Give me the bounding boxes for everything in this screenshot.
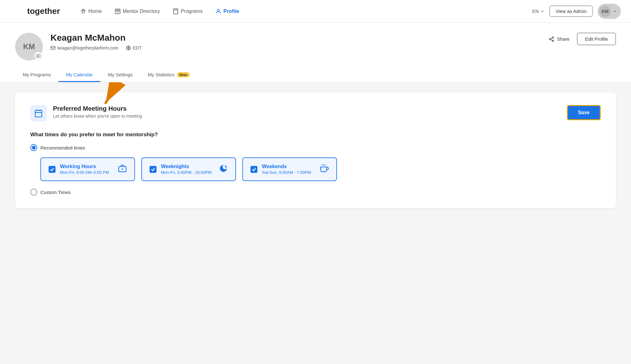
custom-times-label: Custom Times <box>40 190 71 195</box>
profile-meta: keagan@togetherplarform.com EDT <box>50 45 546 50</box>
svg-point-22 <box>225 166 226 167</box>
weeknights-left: Weeknights Mon-Fri, 5:00PM - 10:00PM <box>150 164 211 175</box>
weekends-info: Weekends Sat-Sun, 9:00AM - 7:00PM <box>262 164 311 175</box>
camera-icon[interactable] <box>34 52 42 60</box>
moon-icon <box>219 164 228 175</box>
calendar-card: Preferred Meeting Hours Let others know … <box>15 92 616 208</box>
svg-point-3 <box>116 10 119 12</box>
weeknights-card[interactable]: Weeknights Mon-Fri, 5:00PM - 10:00PM <box>141 157 236 181</box>
meeting-question: What times do you prefer to meet for men… <box>30 132 601 138</box>
profile-details: Keagan McMahon keagan@togetherplarform.c… <box>50 33 546 50</box>
nav-items: Home Mentor Directory Programs Profile <box>75 6 532 17</box>
bookmark-icon <box>173 8 179 15</box>
brand-logo-link[interactable]: 🖐️ together <box>10 4 60 18</box>
svg-rect-4 <box>174 9 178 14</box>
profile-header: KM Keagan McMahon keagan@togetherplarfor… <box>0 23 631 82</box>
beta-badge: Beta <box>177 72 190 77</box>
card-title: Preferred Meeting Hours <box>53 105 142 112</box>
working-hours-name: Working Hours <box>60 164 109 169</box>
tab-my-statistics[interactable]: My Statistics Beta <box>140 68 197 82</box>
svg-rect-2 <box>115 9 120 14</box>
tab-my-calendar[interactable]: My Calendar <box>58 68 100 82</box>
view-as-admin-button[interactable]: View as Admin <box>550 6 593 17</box>
share-button[interactable]: Share <box>546 34 572 44</box>
svg-point-10 <box>550 38 551 40</box>
profile-avatar-wrapper: KM <box>15 33 43 61</box>
svg-rect-0 <box>10 4 24 18</box>
home-icon <box>80 8 86 15</box>
brand-name: together <box>27 6 60 16</box>
card-title-group: Preferred Meeting Hours Let others know … <box>53 105 142 119</box>
working-hours-left: Working Hours Mon-Fri, 9:00 AM–5:00 PM <box>49 164 109 175</box>
profile-actions: Share Edit Profile <box>546 33 616 45</box>
working-hours-info: Working Hours Mon-Fri, 9:00 AM–5:00 PM <box>60 164 109 175</box>
globe-icon <box>126 45 131 50</box>
edit-profile-button[interactable]: Edit Profile <box>577 33 616 45</box>
svg-point-9 <box>552 37 554 38</box>
card-header-left: Preferred Meeting Hours Let others know … <box>30 105 142 121</box>
svg-point-5 <box>217 9 220 11</box>
recommended-label: Recommended times <box>40 145 85 150</box>
svg-point-11 <box>552 40 554 42</box>
person-icon <box>215 8 221 15</box>
brand-icon: 🖐️ <box>10 4 24 18</box>
weekends-range: Sat-Sun, 9:00AM - 7:00PM <box>262 170 311 175</box>
weeknights-checkbox[interactable] <box>150 166 156 173</box>
svg-line-12 <box>551 39 552 40</box>
profile-timezone: EDT <box>126 45 142 50</box>
search-icon <box>115 8 121 15</box>
working-hours-range: Mon-Fri, 9:00 AM–5:00 PM <box>60 170 109 175</box>
custom-times-option[interactable]: Custom Times <box>30 189 601 196</box>
time-cards: Working Hours Mon-Fri, 9:00 AM–5:00 PM <box>40 157 601 181</box>
svg-rect-7 <box>51 46 55 50</box>
svg-rect-15 <box>35 110 42 117</box>
language-selector[interactable]: EN <box>532 9 545 14</box>
email-icon <box>50 45 56 50</box>
coffee-icon <box>320 164 329 175</box>
calendar-icon-box <box>30 105 47 121</box>
recommended-times-option[interactable]: Recommended times <box>30 144 601 151</box>
save-button[interactable]: Save <box>567 105 601 120</box>
nav-programs[interactable]: Programs <box>168 6 208 17</box>
main-content: Preferred Meeting Hours Let others know … <box>0 82 631 218</box>
weeknights-name: Weeknights <box>161 164 211 169</box>
tab-my-programs[interactable]: My Programs <box>15 68 58 82</box>
svg-point-23 <box>226 167 227 167</box>
working-hours-checkbox[interactable] <box>49 166 56 173</box>
briefcase-icon <box>118 164 127 175</box>
nav-home[interactable]: Home <box>75 6 107 17</box>
chevron-down-icon <box>540 9 545 14</box>
navbar: 🖐️ together Home Mentor Directory Progra… <box>0 0 631 23</box>
calendar-icon <box>34 109 43 118</box>
navbar-right: EN View as Admin KM <box>532 4 621 19</box>
avatar: KM <box>599 6 611 17</box>
nav-profile[interactable]: Profile <box>210 6 244 17</box>
weeknights-range: Mon-Fri, 5:00PM - 10:00PM <box>161 170 211 175</box>
weekends-name: Weekends <box>262 164 311 169</box>
weekends-checkbox[interactable] <box>251 166 257 173</box>
profile-email: keagan@togetherplarform.com <box>50 45 118 50</box>
nav-mentor-directory[interactable]: Mentor Directory <box>109 6 165 17</box>
weeknights-info: Weeknights Mon-Fri, 5:00PM - 10:00PM <box>161 164 211 175</box>
chevron-down-icon <box>613 9 617 14</box>
share-icon <box>549 36 554 42</box>
profile-tabs: My Programs My Calendar My Settings My S… <box>15 68 616 82</box>
svg-point-6 <box>38 55 39 57</box>
user-avatar-button[interactable]: KM <box>598 4 621 19</box>
tab-my-settings[interactable]: My Settings <box>100 68 140 82</box>
weekends-left: Weekends Sat-Sun, 9:00AM - 7:00PM <box>251 164 311 175</box>
profile-name: Keagan McMahon <box>50 33 546 43</box>
recommended-radio[interactable] <box>30 144 37 151</box>
weekends-card[interactable]: Weekends Sat-Sun, 9:00AM - 7:00PM <box>242 157 337 181</box>
card-header: Preferred Meeting Hours Let others know … <box>30 105 601 121</box>
custom-radio[interactable] <box>30 189 37 196</box>
svg-line-13 <box>551 38 552 38</box>
card-subtitle: Let others know when you're open to meet… <box>53 114 142 119</box>
profile-info-row: KM Keagan McMahon keagan@togetherplarfor… <box>15 33 616 61</box>
working-hours-card[interactable]: Working Hours Mon-Fri, 9:00 AM–5:00 PM <box>40 157 135 181</box>
